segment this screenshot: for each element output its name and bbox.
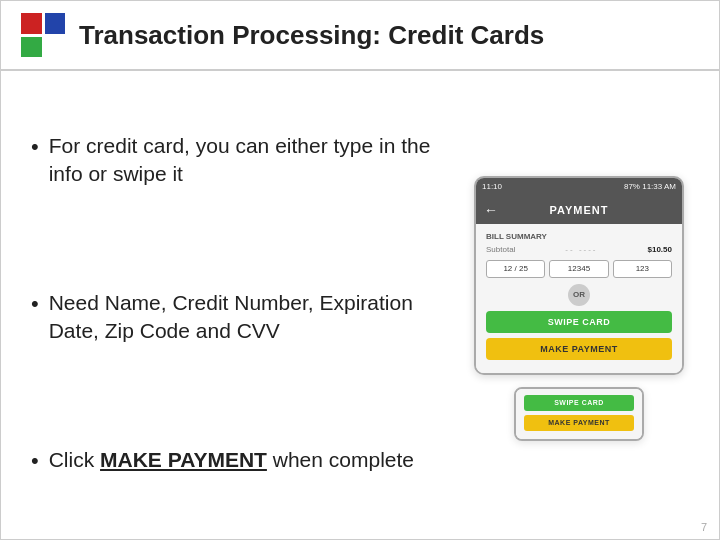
phone-screen-2: SWIPE CARD MAKE PAYMENT: [514, 387, 644, 441]
subtotal-dashes: -- ----: [565, 245, 597, 254]
back-arrow-icon: ←: [484, 202, 498, 218]
phone-body-1: BILL SUMMARY Subtotal -- ---- $10.50 12 …: [476, 224, 682, 373]
statusbar-left: 11:10: [482, 182, 502, 191]
bullet-text-2: Need Name, Credit Number, Expiration Dat…: [49, 289, 439, 346]
text-column: • For credit card, you can either type i…: [31, 87, 459, 529]
make-payment-label: MAKE PAYMENT: [540, 344, 618, 354]
or-label: OR: [573, 290, 585, 299]
bullet-dot-3: •: [31, 448, 39, 474]
logo: [21, 13, 65, 57]
phone-body-2: SWIPE CARD MAKE PAYMENT: [516, 389, 642, 439]
swipe-card-label-small: SWIPE CARD: [554, 399, 604, 406]
cvv-input[interactable]: 123: [613, 260, 672, 278]
bullet-dot-1: •: [31, 134, 39, 160]
phone-header-bar: ← PAYMENT: [476, 196, 682, 224]
subtotal-row: Subtotal -- ---- $10.50: [486, 245, 672, 254]
make-payment-text: MAKE PAYMENT: [100, 448, 267, 471]
phone-header-title: PAYMENT: [550, 204, 609, 216]
bullet-dot-2: •: [31, 291, 39, 317]
header: Transaction Processing: Credit Cards: [1, 1, 719, 71]
slide-container: Transaction Processing: Credit Cards • F…: [0, 0, 720, 540]
expiry-text: 12 / 25: [503, 264, 527, 273]
card-number-input[interactable]: 12345: [549, 260, 608, 278]
bullet-item-3: • Click MAKE PAYMENT when complete: [31, 446, 439, 474]
or-circle: OR: [568, 284, 590, 306]
bill-summary-label: BILL SUMMARY: [486, 232, 672, 241]
logo-cell-blue: [45, 13, 66, 34]
bullet-item-1: • For credit card, you can either type i…: [31, 132, 439, 189]
content-area: • For credit card, you can either type i…: [1, 71, 719, 539]
make-payment-button-small[interactable]: MAKE PAYMENT: [524, 415, 634, 431]
subtotal-label: Subtotal: [486, 245, 515, 254]
subtotal-value: $10.50: [648, 245, 672, 254]
statusbar-right: 87% 11:33 AM: [624, 182, 676, 191]
phone-screen-1: 11:10 87% 11:33 AM ← PAYMENT BILL SUMMAR…: [474, 176, 684, 375]
expiry-input[interactable]: 12 / 25: [486, 260, 545, 278]
card-input-row: 12 / 25 12345 123: [486, 260, 672, 278]
phone-statusbar-1: 11:10 87% 11:33 AM: [476, 178, 682, 196]
make-payment-label-small: MAKE PAYMENT: [548, 419, 610, 426]
bullet-item-2: • Need Name, Credit Number, Expiration D…: [31, 289, 439, 346]
bullet-text-3: Click MAKE PAYMENT when complete: [49, 446, 414, 474]
logo-cell-empty: [45, 37, 66, 58]
swipe-card-button[interactable]: SWIPE CARD: [486, 311, 672, 333]
make-payment-button[interactable]: MAKE PAYMENT: [486, 338, 672, 360]
or-row: OR: [486, 284, 672, 306]
swipe-card-button-small[interactable]: SWIPE CARD: [524, 395, 634, 411]
swipe-card-label: SWIPE CARD: [548, 317, 611, 327]
card-number-text: 12345: [568, 264, 590, 273]
bullet-text-1: For credit card, you can either type in …: [49, 132, 439, 189]
cvv-text: 123: [636, 264, 649, 273]
logo-cell-red: [21, 13, 42, 34]
page-number: 7: [701, 521, 707, 533]
slide-title: Transaction Processing: Credit Cards: [79, 20, 544, 51]
logo-cell-green: [21, 37, 42, 58]
phone-column: 11:10 87% 11:33 AM ← PAYMENT BILL SUMMAR…: [459, 87, 699, 529]
